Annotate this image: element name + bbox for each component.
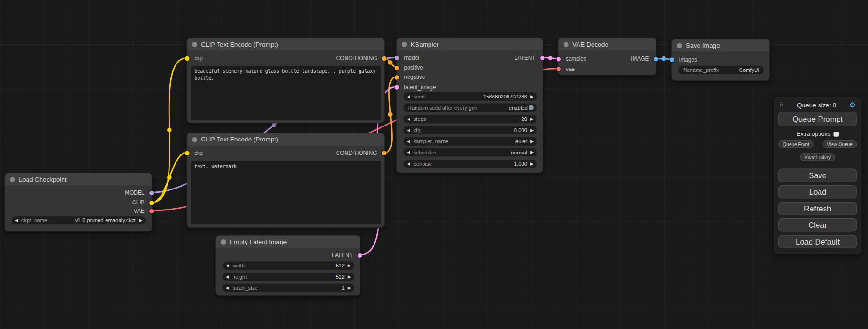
save-button[interactable]: Save xyxy=(778,168,857,182)
increment-icon[interactable]: ▶ xyxy=(348,261,351,270)
node-title: KSampler xyxy=(411,41,439,48)
widget-value: normal xyxy=(511,148,527,157)
input-label-vae: vae xyxy=(566,65,575,72)
node-title-bar[interactable]: KSampler xyxy=(397,38,543,50)
widget-ckpt-name[interactable]: ◀ ckpt_name v1-5-pruned-emaonly.ckpt ▶ xyxy=(12,216,146,224)
output-slot-model-dot[interactable] xyxy=(149,191,154,195)
link-midpoint-dot xyxy=(388,60,392,64)
widget-cfg[interactable]: ◀ cfg 8.000 ▶ xyxy=(403,126,537,134)
settings-gear-icon[interactable]: ⚙ xyxy=(849,101,856,109)
view-queue-button[interactable]: View Queue xyxy=(823,140,857,148)
widget-seed[interactable]: ◀ seed 156680208700286 ▶ xyxy=(403,92,537,101)
decrement-icon[interactable]: ◀ xyxy=(407,160,410,168)
input-slot-clip-dot[interactable] xyxy=(185,56,189,61)
prev-value-icon[interactable]: ◀ xyxy=(407,148,410,157)
widget-batch-size[interactable]: ◀ batch_size 1 ▶ xyxy=(223,284,354,292)
increment-icon[interactable]: ▶ xyxy=(530,92,534,101)
input-label-model: model xyxy=(404,54,419,61)
input-slot-negative-dot[interactable] xyxy=(395,75,399,79)
decrement-icon[interactable]: ◀ xyxy=(226,261,229,270)
drag-handle-icon[interactable]: ⠿ xyxy=(779,101,784,108)
node-ksampler[interactable]: KSampler model positive negative latent_… xyxy=(396,38,543,173)
decrement-icon[interactable]: ◀ xyxy=(407,126,410,134)
view-history-button[interactable]: View History xyxy=(800,153,835,161)
widget-width[interactable]: ◀ width 512 ▶ xyxy=(223,261,354,270)
queue-prompt-button[interactable]: Queue Prompt xyxy=(778,112,857,126)
node-title: VAE Decode xyxy=(572,41,608,48)
prev-value-icon[interactable]: ◀ xyxy=(407,137,410,146)
load-default-button[interactable]: Load Default xyxy=(778,235,857,248)
node-title-bar[interactable]: CLIP Text Encode (Prompt) xyxy=(187,38,384,50)
widget-sampler-name[interactable]: ◀ sampler_name euler ▶ xyxy=(403,137,537,146)
decrement-icon[interactable]: ◀ xyxy=(226,284,229,292)
increment-icon[interactable]: ▶ xyxy=(530,160,534,168)
node-save-image[interactable]: Save Image images filename_prefix ComfyU… xyxy=(671,39,770,81)
output-slot-latent-dot[interactable] xyxy=(540,56,544,60)
input-slot-model-dot[interactable] xyxy=(395,56,399,60)
node-vae-decode[interactable]: VAE Decode samples vae IMAGE xyxy=(558,38,656,76)
widget-height[interactable]: ◀ height 512 ▶ xyxy=(223,273,354,281)
collapse-dot-icon[interactable] xyxy=(402,42,407,47)
toggle-knob[interactable] xyxy=(529,105,534,110)
widget-random-seed-toggle[interactable]: Random seed after every gen enabled xyxy=(403,104,537,112)
collapse-dot-icon[interactable] xyxy=(192,42,197,47)
node-title-bar[interactable]: Empty Latent Image xyxy=(216,236,360,248)
refresh-button[interactable]: Refresh xyxy=(778,202,857,215)
queue-size-label: Queue size: 0 xyxy=(784,101,849,108)
collapse-dot-icon[interactable] xyxy=(221,239,226,244)
node-graph-canvas[interactable]: Load Checkpoint MODEL CLIP VAE ◀ ckpt_na… xyxy=(0,0,868,329)
increment-icon[interactable]: ▶ xyxy=(530,126,534,134)
node-clip-text-encode-negative[interactable]: CLIP Text Encode (Prompt) clip CONDITION… xyxy=(187,133,385,228)
widget-filename-prefix[interactable]: filename_prefix ComfyUI xyxy=(679,66,764,74)
node-title-bar[interactable]: Load Checkpoint xyxy=(5,173,152,185)
collapse-dot-icon[interactable] xyxy=(10,177,15,182)
node-title-bar[interactable]: Save Image xyxy=(672,39,769,51)
input-slot-latent-image-dot[interactable] xyxy=(395,85,399,89)
output-slot-conditioning-dot[interactable] xyxy=(382,151,386,155)
next-value-icon[interactable]: ▶ xyxy=(530,148,534,157)
widget-value: 156680208700286 xyxy=(483,92,527,101)
prev-value-icon[interactable]: ◀ xyxy=(15,216,18,224)
clear-button[interactable]: Clear xyxy=(778,218,857,231)
input-slot-images-dot[interactable] xyxy=(670,57,674,62)
output-slot-conditioning-dot[interactable] xyxy=(382,56,386,61)
next-value-icon[interactable]: ▶ xyxy=(139,216,142,224)
input-slot-samples-dot[interactable] xyxy=(557,57,561,61)
widget-label: height xyxy=(233,273,247,281)
decrement-icon[interactable]: ◀ xyxy=(407,92,410,101)
collapse-dot-icon[interactable] xyxy=(677,43,682,48)
extra-options-checkbox[interactable] xyxy=(834,131,839,136)
output-slot-clip-dot[interactable] xyxy=(149,201,154,205)
decrement-icon[interactable]: ◀ xyxy=(226,273,229,281)
node-clip-text-encode-positive[interactable]: CLIP Text Encode (Prompt) clip CONDITION… xyxy=(187,38,385,124)
node-empty-latent-image[interactable]: Empty Latent Image LATENT ◀ width 512 ▶ … xyxy=(215,235,360,296)
input-slot-clip-dot[interactable] xyxy=(185,151,189,155)
output-label-latent: LATENT xyxy=(515,54,536,61)
output-label-model: MODEL xyxy=(125,189,144,196)
load-button[interactable]: Load xyxy=(778,185,857,198)
widget-steps[interactable]: ◀ steps 20 ▶ xyxy=(403,115,537,123)
prompt-textarea[interactable]: text, watermark xyxy=(191,161,381,224)
node-title-bar[interactable]: CLIP Text Encode (Prompt) xyxy=(187,133,384,146)
node-load-checkpoint[interactable]: Load Checkpoint MODEL CLIP VAE ◀ ckpt_na… xyxy=(4,173,152,232)
widget-value: v1-5-pruned-emaonly.ckpt xyxy=(75,216,136,224)
input-slot-vae-dot[interactable] xyxy=(557,67,561,71)
output-slot-image-dot[interactable] xyxy=(654,57,658,61)
output-slot-latent-dot[interactable] xyxy=(358,253,362,258)
link-midpoint-dot xyxy=(388,112,392,117)
next-value-icon[interactable]: ▶ xyxy=(530,137,534,146)
increment-icon[interactable]: ▶ xyxy=(530,115,534,123)
widget-denoise[interactable]: ◀ denoise 1.000 ▶ xyxy=(403,160,537,168)
increment-icon[interactable]: ▶ xyxy=(348,273,351,281)
prompt-textarea[interactable]: beautiful scenery nature glass bottle la… xyxy=(191,66,381,120)
collapse-dot-icon[interactable] xyxy=(192,137,197,142)
queue-front-button[interactable]: Queue Front xyxy=(778,140,814,148)
output-slot-vae-dot[interactable] xyxy=(149,209,154,213)
node-title-bar[interactable]: VAE Decode xyxy=(558,38,656,50)
increment-icon[interactable]: ▶ xyxy=(348,284,351,292)
input-slot-positive-dot[interactable] xyxy=(395,66,399,70)
widget-label: steps xyxy=(413,115,426,123)
collapse-dot-icon[interactable] xyxy=(564,42,569,47)
decrement-icon[interactable]: ◀ xyxy=(407,115,410,123)
widget-scheduler[interactable]: ◀ scheduler normal ▶ xyxy=(403,148,537,157)
